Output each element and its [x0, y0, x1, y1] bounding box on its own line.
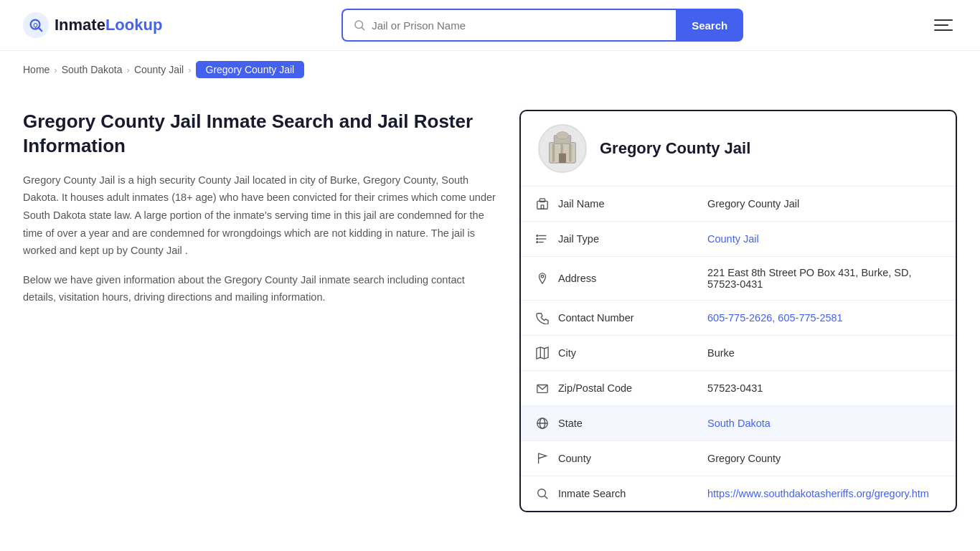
- jail-photo: [538, 124, 587, 173]
- map-icon: [535, 346, 550, 360]
- search-button[interactable]: Search: [676, 9, 743, 42]
- breadcrumb-current: Gregory County Jail: [196, 61, 305, 78]
- description-1: Gregory County Jail is a high security C…: [23, 171, 496, 260]
- svg-rect-13: [540, 199, 545, 202]
- jail-building-icon: [545, 131, 580, 166]
- header: Q InmateLookup Search: [0, 0, 980, 51]
- label-cell-city: City: [521, 336, 693, 371]
- page-title: Gregory County Jail Inmate Search and Ja…: [23, 110, 496, 159]
- label-text-contact: Contact Number: [558, 312, 634, 324]
- search-icon: [535, 486, 550, 501]
- breadcrumb-sep-1: ›: [54, 65, 57, 75]
- hamburger-line-2: [934, 24, 948, 26]
- table-row-jail-name: Jail NameGregory County Jail: [521, 187, 956, 222]
- breadcrumb-sep-2: ›: [127, 65, 130, 75]
- value-cell-state[interactable]: South Dakota: [693, 406, 956, 441]
- table-row-zip: Zip/Postal Code57523-0431: [521, 371, 956, 406]
- label-cell-county: County: [521, 441, 693, 476]
- label-cell-address: Address: [521, 257, 693, 301]
- table-row-county: CountyGregory County: [521, 441, 956, 476]
- search-icon: [353, 19, 366, 32]
- svg-text:Q: Q: [33, 22, 38, 29]
- building-icon: [535, 197, 550, 211]
- value-cell-jail-name: Gregory County Jail: [693, 187, 956, 222]
- label-cell-state: State: [521, 406, 693, 441]
- list-icon: [535, 232, 550, 246]
- description-2: Below we have given information about th…: [23, 271, 496, 306]
- value-link-state[interactable]: South Dakota: [707, 418, 771, 429]
- label-text-jail-type: Jail Type: [558, 233, 599, 245]
- svg-marker-22: [537, 347, 548, 359]
- label-text-zip: Zip/Postal Code: [558, 382, 632, 394]
- breadcrumb-home[interactable]: Home: [23, 64, 50, 75]
- svg-rect-9: [569, 143, 571, 161]
- hamburger-line-1: [934, 19, 953, 21]
- svg-line-31: [545, 496, 547, 499]
- flag-icon: [535, 451, 550, 466]
- hamburger-line-3: [934, 29, 953, 31]
- svg-line-1: [39, 28, 42, 31]
- label-text-county: County: [558, 453, 591, 464]
- table-row-jail-type: Jail TypeCounty Jail: [521, 222, 956, 257]
- value-cell-inmate-search[interactable]: https://www.southdakotasheriffs.org/greg…: [693, 476, 956, 512]
- search-area: Search: [341, 9, 743, 42]
- value-link-inmate-search[interactable]: https://www.southdakotasheriffs.org/greg…: [707, 488, 929, 499]
- svg-point-21: [541, 276, 544, 278]
- value-cell-city: Burke: [693, 336, 956, 371]
- value-cell-zip: 57523-0431: [693, 371, 956, 406]
- label-text-inmate-search: Inmate Search: [558, 488, 626, 499]
- table-row-inmate-search: Inmate Searchhttps://www.southdakotasher…: [521, 476, 956, 512]
- logo-text: InmateLookup: [55, 16, 162, 34]
- svg-point-20: [537, 242, 538, 243]
- svg-point-18: [537, 235, 538, 237]
- mail-icon: [535, 381, 550, 395]
- right-column: Gregory County Jail Jail NameGregory Cou…: [519, 110, 957, 512]
- breadcrumb-state[interactable]: South Dakota: [62, 64, 123, 75]
- table-row-state: StateSouth Dakota: [521, 406, 956, 441]
- hamburger-menu[interactable]: [934, 14, 957, 37]
- label-cell-jail-name: Jail Name: [521, 187, 693, 222]
- value-cell-county: Gregory County: [693, 441, 956, 476]
- label-text-address: Address: [558, 273, 596, 284]
- breadcrumb-type[interactable]: County Jail: [134, 64, 184, 75]
- label-text-city: City: [558, 347, 576, 359]
- breadcrumb-sep-3: ›: [188, 65, 191, 75]
- table-row-contact: Contact Number605-775-2626, 605-775-2581: [521, 301, 956, 336]
- label-cell-inmate-search: Inmate Search: [521, 476, 693, 512]
- svg-point-30: [538, 489, 546, 497]
- label-cell-zip: Zip/Postal Code: [521, 371, 693, 406]
- breadcrumb: Home › South Dakota › County Jail › Greg…: [0, 51, 980, 88]
- svg-rect-7: [552, 143, 555, 161]
- main-content: Gregory County Jail Inmate Search and Ja…: [0, 88, 980, 541]
- left-column: Gregory County Jail Inmate Search and Ja…: [23, 110, 496, 318]
- logo-icon: Q: [23, 12, 49, 38]
- label-cell-contact: Contact Number: [521, 301, 693, 336]
- label-cell-jail-type: Jail Type: [521, 222, 693, 257]
- table-row-address: Address221 East 8th Street PO Box 431, B…: [521, 257, 956, 301]
- search-input[interactable]: [372, 19, 666, 32]
- search-input-wrap: [341, 9, 676, 42]
- value-cell-address: 221 East 8th Street PO Box 431, Burke, S…: [693, 257, 956, 301]
- card-header: Gregory County Jail: [521, 111, 956, 187]
- phone-icon: [535, 311, 550, 325]
- table-row-city: CityBurke: [521, 336, 956, 371]
- svg-point-11: [557, 132, 569, 139]
- svg-rect-10: [559, 154, 566, 163]
- svg-point-19: [537, 238, 538, 240]
- value-cell-jail-type[interactable]: County Jail: [693, 222, 956, 257]
- value-link-contact[interactable]: 605-775-2626, 605-775-2581: [707, 312, 843, 324]
- value-link-jail-type[interactable]: County Jail: [707, 233, 759, 245]
- svg-line-4: [362, 27, 364, 29]
- svg-rect-14: [541, 205, 544, 209]
- card-jail-name: Gregory County Jail: [600, 139, 750, 158]
- pin-icon: [535, 271, 550, 286]
- info-card: Gregory County Jail Jail NameGregory Cou…: [519, 110, 957, 512]
- label-text-jail-name: Jail Name: [558, 198, 604, 209]
- logo-link[interactable]: Q InmateLookup: [23, 12, 162, 38]
- info-table: Jail NameGregory County JailJail TypeCou…: [521, 187, 956, 511]
- value-cell-contact[interactable]: 605-775-2626, 605-775-2581: [693, 301, 956, 336]
- label-text-state: State: [558, 418, 583, 429]
- globe-icon: [535, 416, 550, 430]
